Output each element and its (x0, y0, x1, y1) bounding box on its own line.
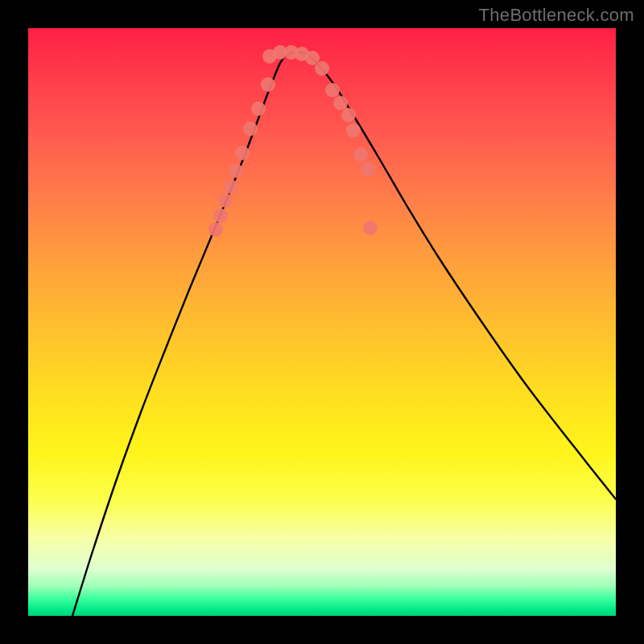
data-marker (213, 208, 228, 223)
data-marker (361, 162, 375, 176)
data-marker (261, 77, 275, 92)
data-marker (353, 147, 368, 162)
curve-svg (28, 28, 616, 616)
plot-area (28, 28, 616, 616)
data-marker (218, 193, 233, 208)
marker-group (208, 45, 378, 237)
data-marker (229, 163, 243, 178)
data-marker (363, 221, 378, 235)
data-marker (346, 123, 361, 138)
chart-frame: TheBottleneck.com (0, 0, 644, 644)
data-marker (224, 180, 238, 194)
watermark-text: TheBottleneck.com (479, 5, 634, 26)
data-marker (325, 83, 340, 97)
data-marker (243, 122, 258, 136)
data-marker (251, 101, 266, 116)
bottleneck-curve (72, 52, 616, 616)
data-marker (341, 108, 356, 122)
data-marker (333, 96, 348, 110)
data-marker (208, 222, 223, 237)
data-marker (235, 146, 250, 160)
data-marker (315, 61, 329, 76)
